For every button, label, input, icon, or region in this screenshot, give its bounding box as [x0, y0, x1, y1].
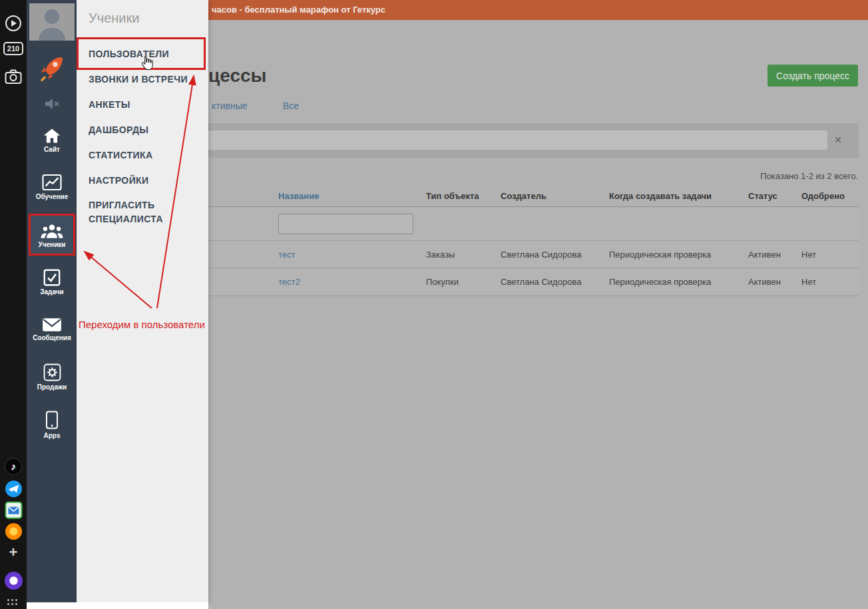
process-table: тест Заказы Светлана Сидорова Периодичес… — [208, 207, 859, 296]
recording-counter-badge[interactable]: 210 — [0, 41, 27, 57]
mail-dock-item[interactable] — [0, 501, 27, 519]
plus-icon: + — [9, 544, 18, 561]
column-header-object-type[interactable]: Тип объекта — [426, 191, 479, 201]
people-icon — [41, 223, 63, 239]
muted-speaker-icon — [43, 97, 61, 110]
home-icon — [43, 128, 61, 144]
phone-icon — [43, 410, 61, 430]
messenger-dock-item[interactable] — [0, 479, 27, 498]
flyout-item-invite-specialist[interactable]: ПРИГЛАСИТЬ СПЕЦИАЛИСТА — [89, 198, 203, 226]
table-filter-row — [208, 207, 859, 241]
page-title: цессы — [208, 65, 266, 87]
column-header-when-create[interactable]: Когда создавать задачи — [609, 191, 712, 201]
column-header-approved[interactable]: Одобрено — [801, 191, 845, 201]
name-filter-input[interactable] — [278, 214, 413, 234]
gear-icon — [43, 363, 61, 381]
profile-avatar[interactable] — [29, 3, 75, 41]
app-sidebar: Сайт Обучение Ученики — [27, 0, 77, 602]
flyout-item-dashboards[interactable]: ДАШБОРДЫ — [89, 123, 203, 137]
sidebar-item-label: Сайт — [44, 146, 60, 153]
sidebar-item-sales[interactable]: Продажи — [29, 357, 75, 397]
user-avatar-icon — [29, 3, 75, 41]
cell-status: Активен — [748, 241, 781, 268]
recording-counter-label: 210 — [3, 42, 23, 55]
sidebar-item-label: Продажи — [37, 383, 67, 391]
sidebar-item-apps[interactable]: Apps — [29, 403, 75, 446]
cell-creator: Светлана Сидорова — [501, 268, 581, 296]
tab-all-processes[interactable]: Все — [283, 101, 299, 111]
sidebar-item-label: Сообщения — [33, 334, 71, 341]
annotation-label: Переходим в пользователи — [79, 319, 205, 330]
flyout-item-surveys[interactable]: АНКЕТЫ — [89, 98, 203, 112]
rocket-icon — [39, 55, 65, 83]
checkbox-icon — [43, 269, 61, 286]
sidebar-item-site[interactable]: Сайт — [29, 120, 75, 160]
browser-dock-item[interactable] — [0, 522, 27, 540]
sidebar-item-label: Обучение — [36, 193, 69, 200]
promo-banner[interactable]: часов - бесплатный марафон от Геткурс — [208, 0, 868, 20]
flyout-item-statistics[interactable]: СТАТИСТИКА — [89, 148, 203, 162]
dock-add-button[interactable]: + — [0, 544, 27, 560]
pagination-summary: Показано 1-2 из 2 всего. — [760, 171, 858, 181]
cell-object-type: Покупки — [426, 268, 459, 296]
cell-object-type: Заказы — [426, 241, 455, 268]
clear-search-button[interactable]: × — [830, 132, 846, 148]
screen-play-button[interactable] — [0, 14, 27, 33]
students-flyout-menu: Ученики ПОЛЬЗОВАТЕЛИ ЗВОНКИ И ВСТРЕЧИ АН… — [77, 0, 208, 602]
sidebar-item-tasks[interactable]: Задачи — [29, 262, 75, 303]
tiktok-dock-item[interactable]: ♪ — [0, 457, 27, 476]
tab-active-processes[interactable]: ктивные — [212, 101, 248, 111]
flyout-item-settings[interactable]: НАСТРОЙКИ — [89, 174, 203, 188]
app-grid-icon — [7, 599, 19, 607]
sidebar-item-label: Ученики — [39, 241, 66, 248]
cell-process-name[interactable]: тест2 — [278, 268, 300, 296]
create-process-button[interactable]: Создать процесс — [767, 65, 858, 87]
cell-status: Активен — [748, 268, 781, 296]
flyout-item-users[interactable]: ПОЛЬЗОВАТЕЛИ — [89, 47, 203, 61]
os-taskbar: 210 ♪ — [0, 0, 27, 609]
camera-icon — [5, 69, 22, 85]
sidebar-item-messages[interactable]: Сообщения — [29, 308, 75, 351]
play-circle-icon — [5, 15, 22, 32]
screenshot-tool-button[interactable] — [0, 68, 27, 85]
brand-logo[interactable] — [29, 49, 75, 88]
column-header-name[interactable]: Название — [278, 191, 319, 201]
flyout-title: Ученики — [89, 11, 139, 26]
assistant-icon — [4, 571, 23, 590]
messenger-icon — [5, 480, 23, 498]
browser-icon — [5, 522, 23, 540]
tiktok-icon: ♪ — [5, 458, 22, 475]
promo-banner-text: часов - бесплатный марафон от Геткурс — [212, 5, 385, 15]
sidebar-item-label: Задачи — [40, 288, 63, 296]
cell-creator: Светлана Сидорова — [501, 241, 581, 268]
flyout-item-calls[interactable]: ЗВОНКИ И ВСТРЕЧИ — [89, 73, 203, 87]
page-bottom-gap — [27, 602, 208, 609]
mail-icon — [5, 501, 23, 519]
cell-process-name[interactable]: тест — [278, 241, 296, 268]
voice-assistant-dock-item[interactable] — [0, 570, 27, 590]
sound-muted-indicator[interactable] — [29, 93, 75, 114]
cell-when-create: Периодическая проверка — [609, 241, 711, 268]
process-search-input[interactable] — [208, 130, 827, 150]
sidebar-item-label: Apps — [44, 432, 61, 439]
table-row[interactable]: тест Заказы Светлана Сидорова Периодичес… — [208, 241, 859, 268]
screen: 210 ♪ — [0, 0, 868, 609]
cell-approved: Нет — [801, 268, 816, 296]
sidebar-item-students[interactable]: Ученики — [29, 216, 75, 256]
cell-approved: Нет — [801, 241, 816, 268]
table-row[interactable]: тест2 Покупки Светлана Сидорова Периодич… — [208, 268, 859, 296]
chart-icon — [42, 174, 62, 191]
search-filter-bar: × — [208, 123, 859, 158]
column-header-creator[interactable]: Создатель — [501, 191, 546, 201]
app-grid-button[interactable] — [0, 597, 27, 609]
cell-when-create: Периодическая проверка — [609, 268, 711, 296]
column-header-status[interactable]: Статус — [748, 191, 777, 201]
envelope-icon — [42, 317, 62, 332]
main-content: часов - бесплатный марафон от Геткурс це… — [208, 0, 868, 609]
sidebar-item-learning[interactable]: Обучение — [29, 166, 75, 208]
